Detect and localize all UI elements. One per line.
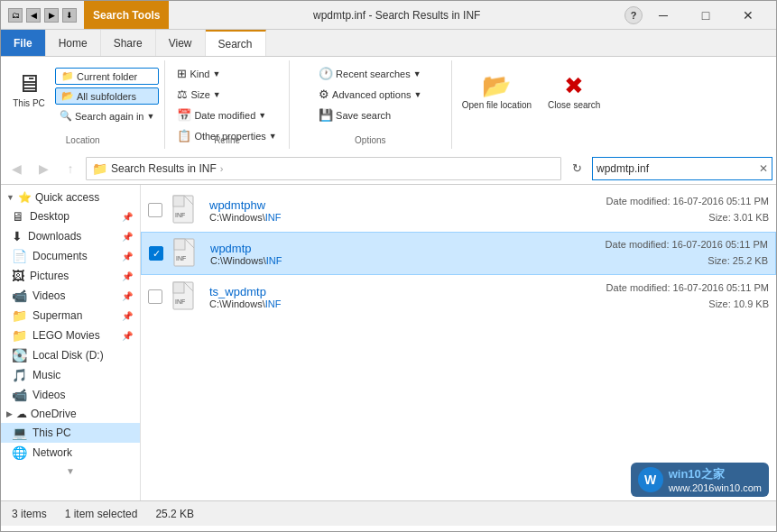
chevron-date-icon: ▼ [258, 111, 266, 120]
sidebar-label-superman: Superman [32, 309, 82, 322]
calendar-icon: 📅 [177, 108, 191, 122]
file-item-wpdmtphw[interactable]: INF wpdmtphw C:\Windows\INF Date modifie… [141, 188, 776, 232]
sidebar-item-desktop[interactable]: 🖥 Desktop 📌 [1, 206, 140, 226]
clear-search-icon[interactable]: ✕ [759, 162, 768, 175]
music-icon: 🎵 [12, 368, 27, 382]
advanced-icon: ⚙ [319, 87, 329, 101]
sidebar-item-videos[interactable]: 📹 Videos 📌 [1, 286, 140, 306]
size-button[interactable]: ⚖ Size ▼ [172, 85, 225, 104]
file-meta-wpdmtphw: Date modified: 16-07-2016 05:11 PM Size:… [606, 194, 769, 225]
sidebar-label-videos: Videos [32, 289, 65, 302]
save-search-button[interactable]: 💾 Save search [314, 105, 395, 124]
sidebar-item-this-pc[interactable]: 💻 This PC [1, 423, 140, 443]
network-icon: 🌐 [12, 445, 27, 460]
tab-search[interactable]: Search [206, 30, 266, 56]
path-highlight-ts-wpdmtp: INF [265, 298, 282, 309]
breadcrumb-text: Search Results in INF [111, 162, 217, 175]
sidebar-item-superman[interactable]: 📁 Superman 📌 [1, 306, 140, 326]
sidebar-item-downloads[interactable]: ⬇ Downloads 📌 [1, 226, 140, 246]
sidebar: ▼ ⭐ Quick access 🖥 Desktop 📌 ⬇ Downloads… [1, 185, 141, 500]
file-path-wpdmtphw: C:\Windows\INF [209, 212, 599, 223]
search-tools-tab-title: Search Tools [84, 1, 169, 29]
svg-text:INF: INF [175, 298, 185, 305]
chevron-kind-icon: ▼ [212, 69, 220, 78]
pin-icon-documents: 📌 [122, 252, 133, 261]
checkbox-ts-wpdmtp[interactable] [148, 289, 162, 304]
size-icon: ⚖ [177, 87, 188, 101]
quick-access-3[interactable]: ⬇ [62, 8, 77, 23]
sidebar-label-desktop: Desktop [30, 210, 69, 223]
minimize-button[interactable]: ─ [643, 1, 684, 30]
current-folder-button[interactable]: 📁 Current folder [55, 68, 159, 85]
maximize-button[interactable]: □ [685, 1, 726, 30]
status-bar: 3 items 1 item selected 25.2 KB W win10之… [1, 500, 776, 526]
ribbon-group-refine: ⊞ Kind ▼ ⚖ Size ▼ 📅 Date modified ▼ 📋 Ot… [165, 60, 289, 149]
breadcrumb-arrow: › [220, 163, 224, 174]
file-name-wpdmtphw: wpdmtphw [209, 198, 599, 212]
tab-file[interactable]: File [1, 30, 46, 56]
forward-button[interactable]: ▶ [32, 157, 55, 180]
tab-home[interactable]: Home [46, 30, 101, 56]
this-pc-icon: 💻 [12, 426, 27, 440]
svg-text:INF: INF [175, 212, 185, 218]
ribbon-content: 🖥 This PC 📁 Current folder 📂 All subfold… [1, 57, 776, 152]
tab-share[interactable]: Share [101, 30, 156, 56]
sidebar-item-pictures[interactable]: 🖼 Pictures 📌 [1, 266, 140, 286]
date-modified-wpdmtp: Date modified: 16-07-2016 05:11 PM [606, 237, 768, 253]
chevron-size-icon: ▼ [213, 90, 221, 99]
sidebar-item-local-disk[interactable]: 💽 Local Disk (D:) [1, 345, 140, 365]
search-input[interactable] [597, 162, 759, 175]
all-subfolders-button[interactable]: 📂 All subfolders [55, 87, 159, 105]
computer-icon: 🖥 [16, 69, 42, 98]
up-button[interactable]: ↑ [59, 157, 82, 180]
file-icon-wpdmtphw: INF [170, 194, 202, 226]
pin-icon-desktop: 📌 [122, 212, 133, 222]
recent-searches-button[interactable]: 🕐 Recent searches ▼ [314, 64, 425, 83]
title-bar-icons: 🗂 ◀ ▶ ⬇ [8, 8, 77, 23]
this-pc-label: This PC [13, 98, 45, 108]
sidebar-item-quick-access[interactable]: ▼ ⭐ Quick access [1, 188, 140, 206]
sidebar-label-downloads: Downloads [28, 230, 81, 243]
system-icon[interactable]: 🗂 [8, 8, 23, 23]
size-wpdmtphw: Size: 3.01 KB [606, 210, 769, 226]
sidebar-item-network[interactable]: 🌐 Network [1, 443, 140, 463]
file-item-wpdmtp[interactable]: ✓ INF wpdmtp C:\Windows\INF Date modifie… [141, 232, 776, 275]
checkbox-wpdmtp[interactable]: ✓ [149, 246, 163, 261]
svg-rect-5 [174, 239, 185, 250]
date-modified-button[interactable]: 📅 Date modified ▼ [172, 105, 271, 124]
help-button[interactable]: ? [624, 6, 643, 24]
location-group-label: Location [66, 135, 100, 145]
pin-icon-superman: 📌 [122, 311, 133, 321]
sidebar-item-onedrive[interactable]: ▶ ☁ OneDrive [1, 405, 140, 423]
file-name-ts-wpdmtp: ts_wpdmtp [209, 285, 599, 298]
file-meta-wpdmtp: Date modified: 16-07-2016 05:11 PM Size:… [606, 237, 768, 269]
address-path[interactable]: 📁 Search Results in INF › [86, 157, 561, 180]
kind-icon: ⊞ [177, 67, 187, 80]
search-again-button[interactable]: 🔍 Search again in ▼ [55, 107, 159, 124]
selected-count: 1 item selected [65, 508, 138, 520]
file-item-ts-wpdmtp[interactable]: INF ts_wpdmtp C:\Windows\INF Date modifi… [141, 275, 776, 318]
tab-view[interactable]: View [156, 30, 206, 56]
kind-button[interactable]: ⊞ Kind ▼ [172, 64, 225, 83]
refresh-button[interactable]: ↻ [565, 157, 588, 180]
search-box[interactable]: ✕ [592, 157, 772, 180]
documents-icon: 📄 [12, 249, 27, 263]
open-location-icon: 📂 [482, 72, 511, 100]
advanced-options-button[interactable]: ⚙ Advanced options ▼ [314, 85, 426, 104]
this-pc-button[interactable]: 🖥 This PC [6, 64, 51, 113]
sidebar-item-documents[interactable]: 📄 Documents 📌 [1, 246, 140, 266]
folder-breadcrumb-icon: 📁 [92, 161, 107, 176]
checkbox-wpdmtphw[interactable] [148, 203, 162, 217]
sidebar-item-videos2[interactable]: 📹 Videos [1, 385, 140, 405]
svg-rect-9 [173, 282, 184, 293]
quick-access-2[interactable]: ▶ [44, 8, 59, 23]
sidebar-label-this-pc: This PC [32, 427, 71, 439]
back-button[interactable]: ◀ [5, 157, 28, 180]
open-file-location-button[interactable]: 📂 Open file location [456, 68, 538, 115]
close-search-button[interactable]: ✖ Close search [541, 68, 606, 115]
sidebar-item-lego-movies[interactable]: 📁 LEGO Movies 📌 [1, 326, 140, 345]
quick-access-1[interactable]: ◀ [26, 8, 41, 23]
sidebar-item-music[interactable]: 🎵 Music [1, 365, 140, 385]
close-button[interactable]: ✕ [727, 1, 769, 30]
search-again-icon: 🔍 [60, 110, 72, 122]
